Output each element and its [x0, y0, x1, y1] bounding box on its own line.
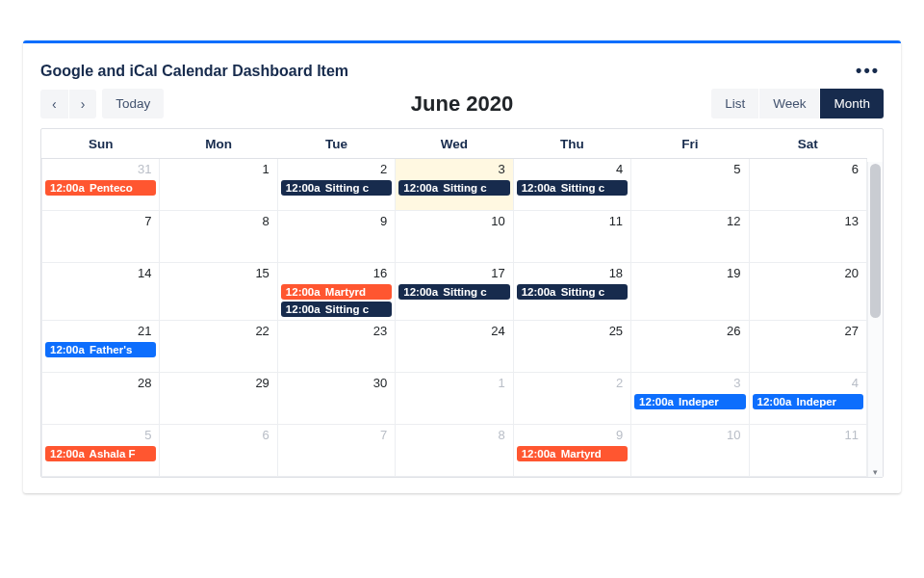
calendar-day-cell[interactable]: 7 — [42, 211, 160, 263]
toolbar-right: List Week Month — [711, 89, 884, 118]
day-number: 13 — [750, 211, 866, 230]
more-menu-icon[interactable]: ••• — [852, 59, 884, 83]
calendar-day-cell[interactable]: 3112:00a Penteco — [42, 159, 160, 211]
calendar-day-cell[interactable]: 1812:00a Sitting c — [513, 263, 630, 321]
day-header: Mon — [160, 129, 277, 159]
calendar-day-cell[interactable]: 27 — [749, 321, 866, 373]
calendar-event[interactable]: 12:00a Sitting c — [398, 180, 509, 196]
calendar-card: Google and iCal Calendar Dashboard Item … — [23, 40, 901, 493]
next-button[interactable]: › — [69, 90, 97, 118]
calendar-day-cell[interactable]: 312:00a Sitting c — [396, 159, 513, 211]
calendar-week-row: 78910111213 — [42, 211, 867, 263]
calendar-day-cell[interactable]: 1 — [160, 159, 277, 211]
calendar-day-cell[interactable]: 12 — [631, 211, 749, 263]
calendar-day-cell[interactable]: 212:00a Sitting c — [277, 159, 395, 211]
calendar-day-cell[interactable]: 512:00a Ashala F — [42, 425, 160, 477]
calendar-week-row: 28293012312:00a Indeper412:00a Indeper — [42, 373, 867, 425]
scrollbar-thumb[interactable] — [870, 164, 881, 318]
calendar-event[interactable]: 12:00a Sitting c — [517, 284, 628, 300]
calendar-day-cell[interactable]: 20 — [749, 263, 866, 321]
day-number: 17 — [396, 263, 512, 282]
calendar-event[interactable]: 12:00a Sitting c — [517, 180, 628, 196]
calendar-day-cell[interactable]: 29 — [160, 373, 277, 425]
event-title: Sitting c — [440, 182, 487, 194]
calendar-day-cell[interactable]: 26 — [631, 321, 749, 373]
chevron-right-icon: › — [81, 96, 86, 112]
calendar-day-cell[interactable]: 30 — [277, 373, 395, 425]
view-list-button[interactable]: List — [711, 89, 758, 118]
calendar-event[interactable]: 12:00a Ashala F — [45, 446, 156, 461]
calendar-event[interactable]: 12:00a Indeper — [634, 394, 745, 409]
vertical-scrollbar[interactable]: ▾ — [867, 162, 883, 477]
day-number: 16 — [278, 263, 395, 282]
calendar-day-cell[interactable]: 5 — [631, 159, 749, 211]
calendar-day-cell[interactable]: 13 — [749, 211, 866, 263]
event-title: Penteco — [87, 182, 133, 194]
calendar-event[interactable]: 12:00a Indeper — [753, 394, 863, 409]
calendar-day-cell[interactable]: 412:00a Sitting c — [513, 159, 630, 211]
day-number: 8 — [160, 211, 276, 230]
calendar-event[interactable]: 12:00a Martyrd — [281, 284, 392, 300]
today-button[interactable]: Today — [102, 89, 164, 118]
calendar-day-cell[interactable]: 1 — [396, 373, 513, 425]
calendar-day-cell[interactable]: 19 — [631, 263, 749, 321]
day-number: 9 — [514, 425, 630, 444]
calendar-day-cell[interactable]: 23 — [277, 321, 395, 373]
day-number: 1 — [396, 373, 512, 392]
calendar-day-cell[interactable]: 24 — [396, 321, 513, 373]
day-events: 12:00a Sitting c — [514, 180, 630, 198]
day-number: 14 — [42, 263, 159, 282]
prev-button[interactable]: ‹ — [40, 90, 68, 118]
event-title: Martyrd — [322, 286, 366, 298]
calendar-day-cell[interactable]: 1712:00a Sitting c — [396, 263, 513, 321]
calendar-day-cell[interactable]: 11 — [513, 211, 630, 263]
view-week-button[interactable]: Week — [759, 89, 819, 118]
event-title: Ashala F — [87, 448, 136, 460]
calendar-day-cell[interactable]: 15 — [160, 263, 277, 321]
scroll-down-icon[interactable]: ▾ — [868, 467, 883, 477]
day-events: 12:00a Sitting c — [278, 180, 395, 198]
view-month-button[interactable]: Month — [820, 89, 884, 118]
calendar-day-cell[interactable]: 11 — [749, 425, 866, 477]
day-number: 19 — [631, 263, 748, 282]
calendar-event[interactable]: 12:00a Sitting c — [281, 302, 392, 317]
calendar-event[interactable]: 12:00a Martyrd — [517, 446, 628, 461]
calendar-day-cell[interactable]: 2 — [513, 373, 630, 425]
calendar-day-cell[interactable]: 28 — [42, 373, 160, 425]
calendar-day-cell[interactable]: 412:00a Indeper — [749, 373, 866, 425]
calendar-event[interactable]: 12:00a Sitting c — [398, 284, 509, 300]
day-number: 3 — [396, 159, 512, 178]
calendar-day-cell[interactable]: 14 — [42, 263, 160, 321]
event-title: Sitting c — [322, 303, 370, 315]
event-time: 12:00a — [50, 182, 85, 194]
calendar-day-cell[interactable]: 312:00a Indeper — [631, 373, 749, 425]
calendar-day-cell[interactable]: 6 — [749, 159, 866, 211]
calendar-day-cell[interactable]: 22 — [160, 321, 277, 373]
calendar-event[interactable]: 12:00a Sitting c — [281, 180, 392, 196]
day-number: 1 — [160, 159, 276, 178]
calendar-event[interactable]: 12:00a Father's — [45, 342, 156, 357]
calendar-day-cell[interactable]: 7 — [277, 425, 395, 477]
calendar-day-cell[interactable]: 10 — [396, 211, 513, 263]
calendar-day-cell[interactable]: 9 — [277, 211, 395, 263]
day-number: 5 — [42, 425, 159, 444]
day-number: 7 — [278, 425, 395, 444]
event-time: 12:00a — [639, 396, 674, 407]
calendar-day-cell[interactable]: 8 — [396, 425, 513, 477]
day-header: Fri — [631, 129, 749, 159]
day-number: 9 — [278, 211, 395, 230]
calendar-day-cell[interactable]: 8 — [160, 211, 277, 263]
calendar-day-cell[interactable]: 2112:00a Father's — [42, 321, 160, 373]
calendar-event[interactable]: 12:00a Penteco — [45, 180, 156, 196]
event-title: Martyrd — [558, 448, 602, 460]
view-switch-group: List Week Month — [711, 89, 884, 118]
calendar-day-cell[interactable]: 10 — [631, 425, 749, 477]
event-title: Sitting c — [558, 286, 605, 298]
calendar-day-cell[interactable]: 25 — [513, 321, 630, 373]
calendar-day-cell[interactable]: 6 — [160, 425, 277, 477]
event-time: 12:00a — [522, 286, 556, 298]
calendar-day-cell[interactable]: 912:00a Martyrd — [513, 425, 630, 477]
day-number: 15 — [160, 263, 276, 282]
day-events: 12:00a Ashala F — [42, 446, 159, 464]
calendar-day-cell[interactable]: 1612:00a Martyrd12:00a Sitting c — [277, 263, 395, 321]
